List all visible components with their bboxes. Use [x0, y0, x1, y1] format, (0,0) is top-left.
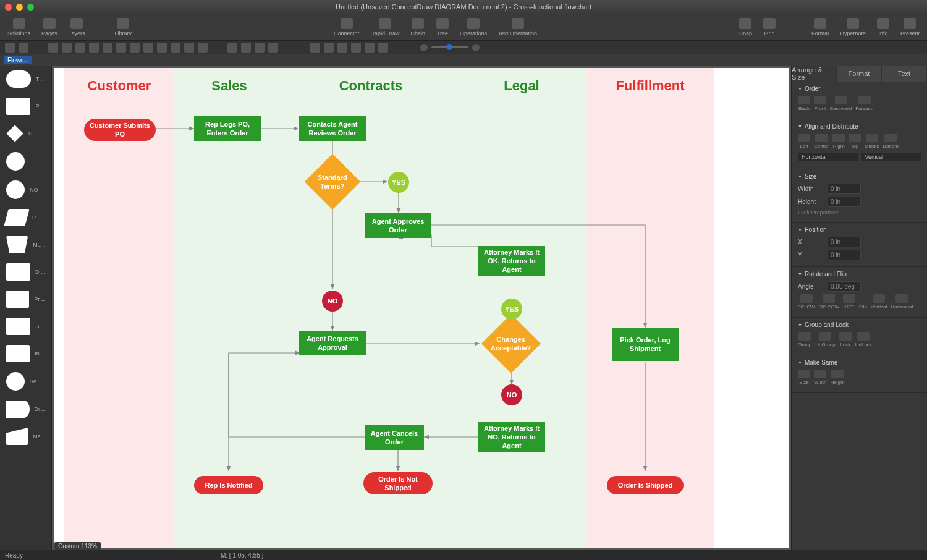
node-no-1[interactable]: NO [322, 291, 343, 312]
close-window-button[interactable] [5, 4, 12, 11]
tab-text[interactable]: Text [882, 66, 927, 82]
node-attorney-no[interactable]: Attorney Marks It NO, Returns to Agent [478, 422, 545, 452]
zoom-slider[interactable] [431, 46, 468, 48]
same-size[interactable]: Size [798, 370, 810, 385]
chain-button[interactable]: Chain [408, 17, 428, 38]
pan-tool[interactable] [324, 43, 334, 53]
eraser-tool[interactable] [198, 43, 208, 53]
arc-tool[interactable] [143, 43, 153, 53]
shape-internal[interactable]: In ... [0, 340, 51, 367]
layers-button[interactable]: Layers [66, 17, 88, 38]
node-cancels-order[interactable]: Agent Cancels Order [365, 425, 424, 450]
text-box-tool[interactable] [89, 43, 99, 53]
rotate-90ccw[interactable]: 90° CCW [819, 294, 839, 310]
crop-tool[interactable] [378, 43, 388, 53]
present-button[interactable]: Present [898, 17, 922, 38]
tree-button[interactable]: Tree [434, 17, 451, 38]
section-rotate[interactable]: Rotate and Flip [798, 271, 921, 278]
snap-button[interactable]: Snap [737, 17, 755, 38]
same-height[interactable]: Height [830, 370, 844, 385]
pick-tool[interactable] [337, 43, 347, 53]
pages-button[interactable]: Pages [39, 17, 60, 38]
zoom-selector[interactable]: Custom 113% [54, 542, 101, 550]
order-front[interactable]: Front [814, 96, 826, 111]
node-yes-1[interactable]: YES [388, 172, 409, 193]
x-input[interactable] [828, 237, 861, 247]
other-tool-4[interactable] [268, 43, 278, 53]
node-order-shipped[interactable]: Order Is Shipped [607, 476, 684, 494]
node-approves-order[interactable]: Agent Approves Order [365, 213, 431, 238]
hypernote-button[interactable]: Hypernote [837, 17, 868, 38]
line-tool[interactable] [130, 43, 140, 53]
section-align[interactable]: Align and Distribute [798, 123, 921, 130]
tab-arrange-size[interactable]: Arrange & Size [792, 66, 837, 82]
zoom-window-button[interactable] [27, 4, 34, 11]
shape-manual-input[interactable]: Ma ... [0, 423, 51, 450]
format-button[interactable]: Format [809, 17, 832, 38]
zoom-in[interactable] [472, 44, 480, 51]
shape-direct[interactable]: Di ... [0, 396, 51, 423]
brush-tool[interactable] [365, 43, 375, 53]
node-attorney-ok[interactable]: Attorney Marks It OK, Returns to Agent [478, 246, 545, 276]
node-requests-approval[interactable]: Agent Requests Approval [299, 331, 366, 355]
angle-input[interactable] [828, 281, 861, 292]
shape-connector[interactable]: ... [0, 147, 51, 176]
node-rep-logs-po[interactable]: Rep Logs PO, Enters Order [194, 116, 261, 141]
align-center[interactable]: Center [814, 134, 829, 149]
node-yes-2[interactable]: YES [501, 299, 522, 320]
callout-tool[interactable] [116, 43, 126, 53]
section-group[interactable]: Group and Lock [798, 321, 921, 328]
select-tool[interactable] [5, 43, 15, 53]
shape-document[interactable]: D ... [0, 258, 51, 286]
lock-btn[interactable]: Lock [839, 332, 852, 347]
y-input[interactable] [828, 250, 861, 260]
other-tool-2[interactable] [241, 43, 251, 53]
width-input[interactable] [828, 184, 861, 194]
same-width[interactable]: Width [814, 370, 826, 385]
flip-vertical[interactable]: Vertical [871, 294, 887, 310]
unlock-btn[interactable]: UnLock [855, 332, 872, 347]
other-tool-1[interactable] [227, 43, 237, 53]
canvas[interactable]: Customer Sales Contracts Legal Fulfillme… [54, 68, 789, 548]
eyedropper-tool[interactable] [351, 43, 361, 53]
shape-no-connector[interactable]: NO [0, 176, 51, 204]
distribute-horizontal[interactable]: Horizontal [798, 153, 858, 161]
tab-format[interactable]: Format [837, 66, 882, 82]
minimize-window-button[interactable] [16, 4, 23, 11]
grid-button[interactable]: Grid [761, 17, 778, 38]
section-make-same[interactable]: Make Same [798, 359, 921, 366]
rotate-90cw[interactable]: 90° CW [798, 294, 815, 310]
align-left[interactable]: Left [798, 134, 810, 149]
align-bottom[interactable]: Bottom [883, 134, 899, 149]
height-input[interactable] [828, 197, 861, 207]
library-selector[interactable]: Flowc... [4, 56, 32, 64]
shape-data[interactable]: P ... [0, 204, 51, 231]
shape-manual[interactable]: Ma ... [0, 231, 51, 258]
solutions-button[interactable]: Solutions [5, 17, 33, 38]
section-size[interactable]: Size [798, 173, 921, 180]
order-backward[interactable]: Backward [830, 96, 852, 111]
node-rep-notified[interactable]: Rep Is Notified [194, 476, 263, 494]
align-right[interactable]: Right [832, 134, 845, 149]
text-orientation-button[interactable]: Text Orientation [496, 17, 540, 38]
shape-sequential[interactable]: Se ... [0, 367, 51, 396]
align-middle[interactable]: Middle [865, 134, 879, 149]
shape-stored[interactable]: S ... [0, 313, 51, 340]
group-btn[interactable]: Group [798, 332, 811, 347]
ungroup-btn[interactable]: UnGroup [815, 332, 835, 347]
note-tool[interactable] [103, 43, 112, 53]
order-back[interactable]: Back [798, 96, 810, 111]
library-button[interactable]: Library [112, 17, 135, 38]
connector-button[interactable]: Connector [331, 17, 362, 38]
lock-proportions[interactable]: Lock Proportions [798, 210, 840, 216]
rect-tool[interactable] [48, 43, 58, 53]
distribute-vertical[interactable]: Vertical [861, 153, 921, 161]
node-customer-submits-po[interactable]: Customer Submits PO [84, 119, 156, 141]
shape-process[interactable]: P ... [0, 93, 51, 120]
info-button[interactable]: Info [874, 17, 892, 38]
pencil-tool[interactable] [184, 43, 194, 53]
section-order[interactable]: Order [798, 85, 921, 92]
text-tool[interactable] [19, 43, 28, 53]
order-forward[interactable]: Forward [855, 96, 873, 111]
other-tool-3[interactable] [255, 43, 265, 53]
